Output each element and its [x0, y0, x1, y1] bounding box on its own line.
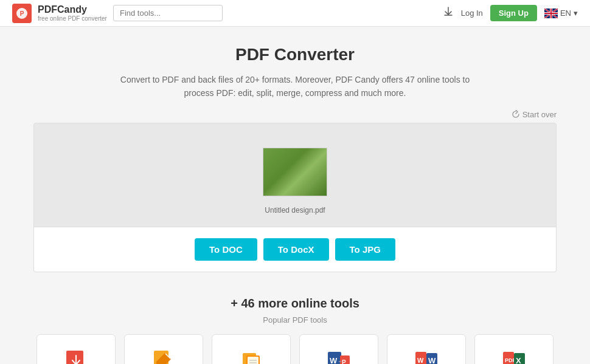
- signup-button[interactable]: Sign Up: [490, 5, 537, 21]
- upload-area: Untitled design.pdf: [33, 123, 557, 227]
- svg-point-16: [294, 158, 299, 163]
- svg-point-15: [297, 160, 302, 165]
- to-docx-button[interactable]: To DocX: [263, 238, 329, 261]
- popular-label: Popular PDF tools: [33, 315, 557, 325]
- svg-text:W: W: [417, 357, 424, 364]
- svg-point-18: [299, 165, 304, 169]
- tool-card-word-to-pdf[interactable]: W P: [299, 334, 378, 364]
- tool-card-pdf-to-word[interactable]: W W: [387, 334, 466, 364]
- start-over-link[interactable]: Start over: [512, 110, 557, 119]
- pdf-download-icon: [63, 348, 89, 364]
- download-icon[interactable]: [443, 6, 454, 20]
- svg-point-9: [285, 165, 291, 171]
- file-thumbnail: [263, 148, 327, 196]
- svg-point-8: [286, 177, 299, 189]
- language-selector[interactable]: EN ▾: [544, 9, 578, 18]
- start-over-row: Start over: [33, 110, 557, 119]
- to-doc-button[interactable]: To DOC: [195, 238, 257, 261]
- search-input[interactable]: [113, 5, 223, 21]
- login-button[interactable]: Log In: [461, 9, 483, 18]
- file-preview-image: [263, 148, 327, 196]
- file-name: Untitled design.pdf: [265, 206, 325, 215]
- header: P PDFCandy free online PDF converter Log…: [0, 0, 590, 27]
- svg-text:P: P: [20, 10, 24, 17]
- language-label: EN: [560, 9, 571, 18]
- svg-text:W: W: [330, 356, 338, 364]
- tools-grid: W P W W PDF: [33, 334, 557, 364]
- header-left: P PDFCandy free online PDF converter: [12, 4, 223, 23]
- page-subtitle: Convert to PDF and back files of 20+ for…: [33, 73, 557, 100]
- tool-card-pdf-pages[interactable]: [212, 334, 291, 364]
- svg-point-12: [285, 161, 290, 166]
- tool-card-pdf-edit[interactable]: [124, 334, 203, 364]
- tool-card-pdf-to-excel[interactable]: PDF X: [474, 334, 554, 364]
- logo-tagline-text: free online PDF converter: [38, 15, 107, 22]
- svg-text:W: W: [428, 356, 436, 364]
- action-area: To DOC To DocX To JPG: [33, 227, 557, 272]
- to-jpg-button[interactable]: To JPG: [335, 238, 395, 261]
- logo-icon: P: [12, 4, 32, 23]
- svg-rect-3: [263, 148, 327, 196]
- logo-text: PDFCandy free online PDF converter: [38, 4, 107, 22]
- more-tools-title: + 46 more online tools: [33, 297, 557, 311]
- svg-text:X: X: [516, 356, 521, 364]
- tool-card-pdf-download[interactable]: [36, 334, 116, 364]
- svg-point-11: [288, 163, 293, 168]
- word-pdf-icon: W P: [325, 348, 352, 364]
- pdf-word-icon: W W: [413, 348, 440, 364]
- pdf-excel-icon: PDF X: [501, 348, 527, 364]
- refresh-icon: [512, 110, 520, 118]
- svg-rect-4: [263, 148, 327, 196]
- start-over-label: Start over: [522, 110, 557, 119]
- svg-point-19: [303, 165, 307, 170]
- svg-point-10: [283, 163, 288, 168]
- page-title: PDF Converter: [33, 45, 557, 64]
- more-tools-section: + 46 more online tools Popular PDF tools: [33, 297, 557, 364]
- svg-rect-20: [66, 351, 83, 364]
- header-right: Log In Sign Up EN ▾: [443, 5, 578, 21]
- logo-brand-text: PDFCandy: [38, 4, 107, 15]
- main-content: PDF Converter Convert to PDF and back fi…: [21, 27, 569, 364]
- pdf-pages-icon: [238, 348, 265, 364]
- svg-point-14: [292, 160, 297, 165]
- svg-point-17: [300, 167, 305, 172]
- pdf-edit-icon: [150, 348, 177, 364]
- svg-text:P: P: [342, 359, 346, 364]
- language-chevron: ▾: [574, 9, 578, 18]
- svg-point-13: [294, 162, 300, 168]
